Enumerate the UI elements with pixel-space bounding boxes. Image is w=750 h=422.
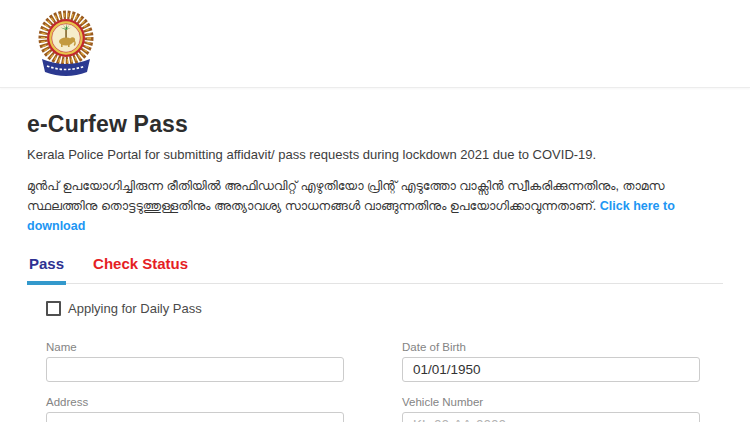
kerala-police-emblem-logo [35, 8, 97, 80]
tab-check-status[interactable]: Check Status [91, 251, 190, 283]
vehicle-number-label: Vehicle Number [402, 396, 700, 408]
name-input[interactable] [46, 357, 344, 382]
vehicle-number-input[interactable] [402, 412, 700, 422]
name-field-group: Name [46, 341, 344, 382]
address-label: Address [46, 396, 344, 408]
page-header [0, 0, 750, 88]
dob-input[interactable] [402, 357, 700, 382]
name-label: Name [46, 341, 344, 353]
malayalam-note-text: മുൻപ് ഉപയോഗിച്ചിരുന്ന രീതിയിൽ അഫിഡവിറ്റ്… [27, 179, 665, 213]
daily-pass-checkbox[interactable] [46, 301, 61, 316]
dob-label: Date of Birth [402, 341, 700, 353]
address-input[interactable] [46, 412, 344, 422]
daily-pass-row: Applying for Daily Pass [46, 301, 723, 316]
page-title: e-Curfew Pass [27, 111, 723, 138]
vehicle-number-field-group: Vehicle Number [402, 396, 700, 422]
form-grid: Name Date of Birth Address Vehicle Numbe… [46, 341, 723, 422]
pass-form: Applying for Daily Pass Name Date of Bir… [27, 301, 723, 422]
dob-field-group: Date of Birth [402, 341, 700, 382]
daily-pass-checkbox-label: Applying for Daily Pass [68, 301, 202, 316]
tab-bar: Pass Check Status [27, 251, 723, 284]
malayalam-note: മുൻപ് ഉപയോഗിച്ചിരുന്ന രീതിയിൽ അഫിഡവിറ്റ്… [27, 176, 723, 236]
main-content: e-Curfew Pass Kerala Police Portal for s… [0, 111, 750, 422]
page-subtitle: Kerala Police Portal for submitting affi… [27, 147, 723, 162]
address-field-group: Address [46, 396, 344, 422]
tab-pass[interactable]: Pass [27, 251, 66, 285]
